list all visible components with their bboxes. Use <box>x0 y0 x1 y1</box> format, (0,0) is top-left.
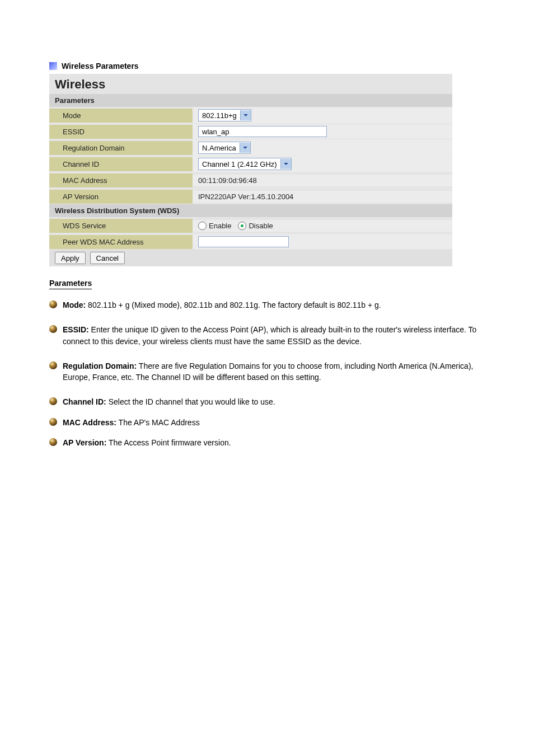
sphere-bullet-icon <box>49 438 57 446</box>
wds-disable-label: Disable <box>249 222 273 230</box>
bullet-text: Mode: 802.11b + g (Mixed mode), 802.11b … <box>63 299 381 311</box>
peer-wds-mac-input[interactable] <box>198 236 289 247</box>
row-mode: Mode 802.11b+g <box>49 107 452 123</box>
mac-address-label: MAC Address <box>49 173 193 187</box>
sphere-bullet-icon <box>49 325 57 333</box>
apply-button[interactable]: Apply <box>55 252 86 264</box>
wireless-config-panel: Wireless Parameters Mode 802.11b+g ESSID… <box>49 74 452 266</box>
list-item: ESSID: Enter the unique ID given to the … <box>49 324 485 347</box>
wds-enable-label: Enable <box>209 222 231 230</box>
button-row: Apply Cancel <box>49 250 452 266</box>
panel-title: Wireless <box>49 74 452 94</box>
ap-version-label: AP Version <box>49 190 193 204</box>
list-item: MAC Address: The AP's MAC Address <box>49 417 485 428</box>
mode-label: Mode <box>49 109 193 123</box>
row-essid: ESSID <box>49 123 452 139</box>
channel-id-value: Channel 1 (2.412 GHz) <box>199 160 280 168</box>
wds-service-label: WDS Service <box>49 219 193 233</box>
list-item: Regulation Domain: There are five Regula… <box>49 360 485 383</box>
chevron-down-icon <box>240 110 251 120</box>
bullet-text: MAC Address: The AP's MAC Address <box>63 417 200 428</box>
sphere-bullet-icon <box>49 300 57 308</box>
row-regulation-domain: Regulation Domain N.America <box>49 139 452 156</box>
regulation-domain-select[interactable]: N.America <box>198 142 251 154</box>
channel-id-select[interactable]: Channel 1 (2.412 GHz) <box>198 158 292 170</box>
essid-input[interactable] <box>198 126 327 137</box>
row-mac-address: MAC Address 00:11:09:0d:96:48 <box>49 172 452 188</box>
bullet-text: AP Version: The Access Point firmware ve… <box>63 437 231 448</box>
bullet-text: Channel ID: Select the ID channel that y… <box>63 396 275 407</box>
sphere-bullet-icon <box>49 397 57 405</box>
bullet-list: Mode: 802.11b + g (Mixed mode), 802.11b … <box>49 299 485 448</box>
row-channel-id: Channel ID Channel 1 (2.412 GHz) <box>49 156 452 172</box>
list-item: Mode: 802.11b + g (Mixed mode), 802.11b … <box>49 299 485 311</box>
regulation-domain-value: N.America <box>199 144 240 152</box>
essid-label: ESSID <box>49 125 193 139</box>
parameters-underlined-heading: Parameters <box>49 279 92 289</box>
section-heading: Wireless Parameters <box>62 62 139 71</box>
radio-icon <box>198 222 207 230</box>
wds-disable-radio[interactable]: Disable <box>238 222 273 230</box>
sphere-bullet-icon <box>49 361 57 369</box>
regulation-domain-label: Regulation Domain <box>49 141 193 155</box>
sphere-bullet-icon <box>49 418 57 426</box>
row-ap-version: AP Version IPN2220AP Ver:1.45.10.2004 <box>49 188 452 204</box>
peer-wds-mac-label: Peer WDS MAC Address <box>49 235 193 249</box>
chevron-down-icon <box>280 159 291 169</box>
cancel-button[interactable]: Cancel <box>90 252 125 264</box>
mac-address-value: 00:11:09:0d:96:48 <box>193 175 452 186</box>
wds-enable-radio[interactable]: Enable <box>198 222 231 230</box>
list-item: Channel ID: Select the ID channel that y… <box>49 396 485 407</box>
bullet-text: Regulation Domain: There are five Regula… <box>63 360 485 383</box>
radio-icon <box>238 222 246 230</box>
chevron-down-icon <box>240 143 250 153</box>
bullet-text: ESSID: Enter the unique ID given to the … <box>63 324 485 347</box>
wds-section-header: Wireless Distribution System (WDS) <box>49 204 452 217</box>
mode-select[interactable]: 802.11b+g <box>198 109 251 121</box>
row-wds-service: WDS Service Enable Disable <box>49 217 452 233</box>
channel-id-label: Channel ID <box>49 157 193 171</box>
mode-select-value: 802.11b+g <box>199 111 240 120</box>
list-item: AP Version: The Access Point firmware ve… <box>49 437 485 448</box>
square-bullet-icon <box>49 62 57 70</box>
parameters-section-header: Parameters <box>49 94 452 107</box>
row-peer-wds-mac: Peer WDS MAC Address <box>49 233 452 250</box>
ap-version-value: IPN2220AP Ver:1.45.10.2004 <box>193 191 452 203</box>
